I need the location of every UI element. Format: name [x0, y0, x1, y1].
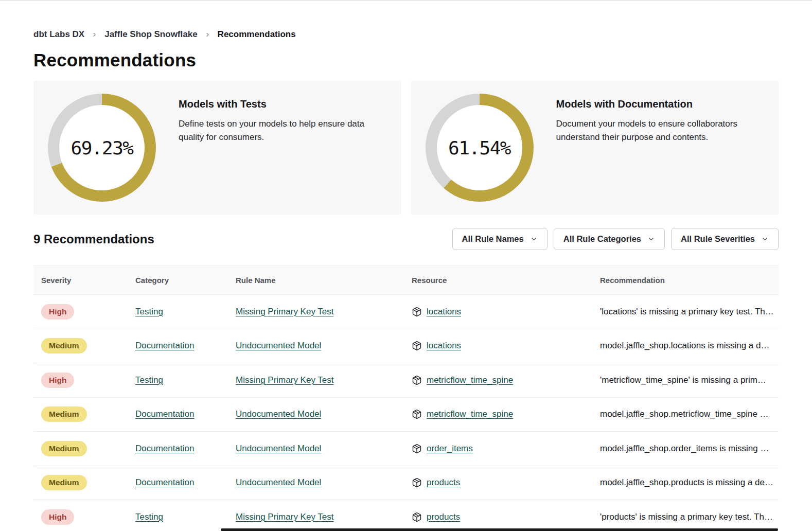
rule-name-link[interactable]: Undocumented Model: [236, 444, 321, 453]
package-icon: [412, 512, 422, 522]
recommendation-text: model.jaffle_shop.products is missing a …: [592, 477, 779, 488]
resource-link[interactable]: products: [427, 477, 460, 488]
resource-link[interactable]: products: [427, 512, 460, 522]
resource-link[interactable]: metricflow_time_spine: [427, 375, 513, 385]
donut-chart-tests: 69.23%: [48, 92, 156, 203]
column-header-rule-name: Rule Name: [228, 266, 404, 294]
breadcrumb-item-recommendations: Recommendations: [218, 29, 296, 40]
chevron-down-icon: [647, 235, 655, 243]
table-row: Medium Documentation Undocumented Model …: [33, 329, 779, 364]
table-row: High Testing Missing Primary Key Test pr…: [33, 500, 779, 531]
filter-label: All Rule Names: [462, 234, 524, 244]
metric-cards: 69.23% Models with Tests Define tests on…: [33, 81, 779, 215]
donut-ring: 69.23%: [48, 94, 156, 202]
percent-value: 69.23%: [70, 137, 133, 158]
card-text: Models with Tests Define tests on your m…: [179, 92, 387, 203]
category-link[interactable]: Testing: [135, 512, 163, 522]
category-link[interactable]: Testing: [135, 375, 163, 385]
severity-badge: High: [41, 373, 74, 388]
filter-label: All Rule Categories: [563, 234, 641, 244]
resource-link[interactable]: locations: [427, 341, 461, 351]
breadcrumb-item-dbt-labs-dx[interactable]: dbt Labs DX: [33, 29, 84, 40]
card-title: Models with Documentation: [556, 98, 765, 110]
donut-hole: 69.23%: [59, 105, 145, 190]
package-icon: [412, 477, 422, 488]
rule-name-link[interactable]: Undocumented Model: [236, 341, 321, 350]
resource-link[interactable]: metricflow_time_spine: [427, 409, 513, 419]
chevron-down-icon: [530, 235, 538, 243]
table-row: Medium Documentation Undocumented Model …: [33, 398, 779, 432]
severity-badge: High: [41, 304, 74, 320]
filter-label: All Rule Severities: [681, 234, 755, 244]
package-icon: [412, 341, 422, 351]
category-link[interactable]: Documentation: [135, 444, 194, 453]
severity-badge: High: [41, 509, 74, 525]
category-link[interactable]: Documentation: [135, 409, 194, 419]
column-header-severity: Severity: [33, 266, 128, 294]
recommendations-table: Severity Category Rule Name Resource Rec…: [33, 266, 779, 531]
package-icon: [412, 409, 422, 419]
category-link[interactable]: Documentation: [135, 477, 194, 487]
severity-badge: Medium: [41, 338, 87, 353]
donut-chart-documentation: 61.54%: [426, 92, 534, 203]
card-description: Define tests on your models to help ensu…: [179, 117, 387, 145]
category-link[interactable]: Testing: [135, 307, 163, 316]
table-row: High Testing Missing Primary Key Test me…: [33, 363, 779, 398]
main-content: dbt Labs DX Jaffle Shop Snowflake Recomm…: [0, 1, 812, 531]
severity-badge: Medium: [41, 475, 87, 490]
breadcrumb: dbt Labs DX Jaffle Shop Snowflake Recomm…: [33, 1, 779, 40]
recommendation-text: model.jaffle_shop.metricflow_time_spine …: [592, 409, 779, 419]
models-with-tests-card: 69.23% Models with Tests Define tests on…: [33, 81, 401, 215]
percent-value: 61.54%: [448, 137, 510, 158]
table-row: Medium Documentation Undocumented Model …: [33, 466, 779, 501]
rule-name-link[interactable]: Undocumented Model: [236, 409, 321, 419]
severity-badge: Medium: [41, 406, 87, 422]
resource-link[interactable]: locations: [427, 307, 461, 317]
package-icon: [412, 375, 422, 385]
rule-name-link[interactable]: Missing Primary Key Test: [236, 307, 334, 316]
card-title: Models with Tests: [179, 98, 387, 110]
chevron-right-icon: [91, 31, 98, 38]
filter-rule-severities-dropdown[interactable]: All Rule Severities: [671, 228, 779, 250]
chevron-down-icon: [761, 235, 769, 243]
table-row: Medium Documentation Undocumented Model …: [33, 432, 779, 466]
filter-buttons: All Rule Names All Rule Categories All R…: [452, 228, 779, 250]
filters-row: 9 Recommendations All Rule Names All Rul…: [33, 228, 779, 250]
column-header-recommendation: Recommendation: [592, 266, 779, 294]
bottom-scrollbar[interactable]: [221, 528, 778, 531]
models-with-documentation-card: 61.54% Models with Documentation Documen…: [411, 81, 779, 215]
filter-rule-names-dropdown[interactable]: All Rule Names: [452, 228, 548, 250]
filter-rule-categories-dropdown[interactable]: All Rule Categories: [554, 228, 665, 250]
donut-ring: 61.54%: [426, 94, 534, 202]
package-icon: [412, 444, 422, 454]
rule-name-link[interactable]: Missing Primary Key Test: [236, 375, 334, 385]
column-header-resource: Resource: [404, 266, 592, 294]
rule-name-link[interactable]: Undocumented Model: [236, 477, 321, 487]
severity-badge: Medium: [41, 441, 87, 456]
recommendation-text: model.jaffle_shop.order_items is missing…: [592, 444, 779, 454]
page-title: Recommendations: [33, 50, 779, 70]
column-header-category: Category: [128, 266, 228, 294]
resource-link[interactable]: order_items: [427, 444, 473, 454]
donut-hole: 61.54%: [437, 105, 522, 190]
card-text: Models with Documentation Document your …: [556, 92, 765, 203]
recommendations-count: 9 Recommendations: [33, 232, 154, 246]
package-icon: [412, 307, 422, 317]
category-link[interactable]: Documentation: [135, 341, 194, 350]
breadcrumb-item-jaffle-shop-snowflake[interactable]: Jaffle Shop Snowflake: [104, 29, 197, 40]
table-header: Severity Category Rule Name Resource Rec…: [33, 266, 779, 295]
recommendation-text: 'locations' is missing a primary key tes…: [592, 307, 779, 317]
recommendation-text: model.jaffle_shop.locations is missing a…: [592, 341, 779, 351]
chevron-right-icon: [204, 31, 211, 38]
recommendation-text: 'metricflow_time_spine' is missing a pri…: [592, 375, 779, 385]
rule-name-link[interactable]: Missing Primary Key Test: [236, 512, 334, 522]
card-description: Document your models to ensure collabora…: [556, 117, 765, 145]
table-row: High Testing Missing Primary Key Test lo…: [33, 295, 779, 329]
recommendation-text: 'products' is missing a primary key test…: [592, 512, 779, 522]
